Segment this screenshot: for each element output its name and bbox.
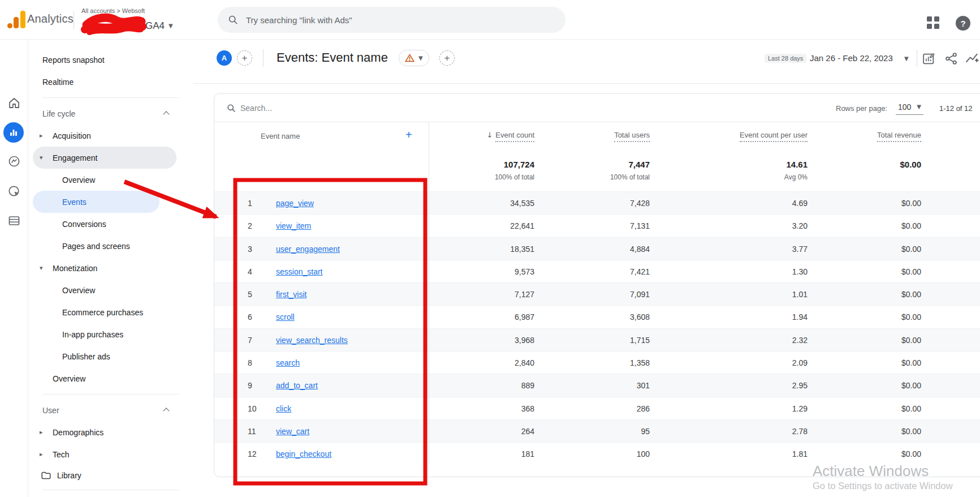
customize-report-icon[interactable] <box>922 52 936 66</box>
sidebar-item-overview[interactable]: Overview <box>28 367 193 389</box>
cell-event-count-per-user: 1.30 <box>694 267 808 276</box>
column-divider <box>429 122 429 465</box>
data-quality-warning-chip[interactable]: ▼ <box>399 50 429 66</box>
cell-total-revenue: $0.00 <box>808 358 921 367</box>
cell-total-users: 286 <box>537 404 650 413</box>
cell-total-users: 100 <box>537 449 650 459</box>
sidebar-item-label: Acquisition <box>53 131 91 140</box>
event-name-link[interactable]: view_cart <box>276 427 309 436</box>
event-name-link[interactable]: user_engagement <box>276 245 340 254</box>
table-row: 7view_search_results3,9681,7152.32$0.00 <box>214 328 980 351</box>
row-index: 3 <box>248 245 252 254</box>
sidebar-item-tech[interactable]: ▸Tech <box>33 443 193 465</box>
event-name-link[interactable]: first_visit <box>276 290 306 299</box>
cell-event-count: 2,840 <box>421 358 534 367</box>
chevron-up-icon[interactable] <box>163 111 169 117</box>
event-name-link[interactable]: view_item <box>276 221 311 230</box>
search-icon <box>228 15 238 25</box>
advertising-icon[interactable] <box>7 185 21 198</box>
cell-event-count-per-user: 2.78 <box>694 427 808 436</box>
column-header-total-users[interactable]: Total users <box>537 131 650 139</box>
event-name-link[interactable]: page_view <box>276 199 314 208</box>
sidebar-item-realtime[interactable]: Realtime <box>28 71 193 93</box>
apps-grid-icon[interactable] <box>927 16 939 29</box>
help-icon[interactable]: ? <box>956 16 970 31</box>
breadcrumb[interactable]: All accounts > Websoft <box>81 7 145 14</box>
chevron-right-icon[interactable]: ▸ <box>40 451 53 458</box>
event-name-link[interactable]: view_search_results <box>276 336 348 345</box>
sidebar-item-label: Overview <box>62 286 95 295</box>
sidebar-item-monetization[interactable]: ▾Monetization <box>33 257 193 279</box>
sidebar-item-label: Ecommerce purchases <box>62 308 143 317</box>
totals-total-users: 7,447 100% of total <box>537 160 650 181</box>
sidebar-item-publisher-ads[interactable]: Publisher ads <box>28 345 193 367</box>
table-totals-row: 107,724 100% of total 7,447 100% of tota… <box>214 151 980 191</box>
chevron-down-icon[interactable]: ▾ <box>40 264 53 272</box>
column-header-event-count[interactable]: ↓Event count <box>421 131 534 139</box>
sidebar-item-overview[interactable]: Overview <box>28 279 193 301</box>
cell-event-count-per-user: 1.81 <box>694 449 808 459</box>
event-name-link[interactable]: search <box>276 358 300 367</box>
sidebar-item-acquisition[interactable]: ▸Acquisition <box>33 125 193 147</box>
sidebar-nav: Reports snapshotRealtimeLife cycle▸Acqui… <box>28 40 193 497</box>
table-search-input[interactable]: Search... <box>240 104 272 113</box>
sidebar-item-reports-snapshot[interactable]: Reports snapshot <box>28 49 193 71</box>
totals-event-count-per-user: 14.61 Avg 0% <box>694 160 808 181</box>
event-name-link[interactable]: begin_checkout <box>276 449 331 459</box>
report-table-card: Search... Rows per page: 100 ▼ 1-12 of 1… <box>214 93 980 477</box>
global-search-input[interactable]: Try searching "link with Ads" <box>218 7 565 33</box>
add-chip-button[interactable]: + <box>439 50 455 66</box>
windows-activation-watermark-sub: Go to Settings to activate Window <box>813 481 953 491</box>
sidebar-item-demographics[interactable]: ▸Demographics <box>33 421 193 443</box>
cell-total-users: 301 <box>537 381 650 390</box>
chevron-right-icon[interactable]: ▸ <box>40 132 53 139</box>
event-name-link[interactable]: session_start <box>276 267 322 276</box>
sidebar-item-conversions[interactable]: Conversions <box>28 213 193 235</box>
divider <box>263 49 264 67</box>
event-name-link[interactable]: click <box>276 404 291 413</box>
sidebar-divider <box>42 394 179 395</box>
cell-event-count: 9,573 <box>421 267 534 276</box>
rows-per-page-label: Rows per page: <box>836 104 887 113</box>
cell-event-count: 3,968 <box>421 336 534 345</box>
event-name-link[interactable]: scroll <box>276 312 295 322</box>
chevron-up-icon[interactable] <box>163 408 169 414</box>
column-header-total-revenue[interactable]: Total revenue <box>808 131 921 139</box>
windows-activation-watermark: Activate Windows <box>813 462 929 480</box>
column-header-event-name[interactable]: Event name <box>261 132 300 140</box>
configure-icon[interactable] <box>7 214 21 228</box>
cell-event-count-per-user: 2.32 <box>694 336 808 345</box>
share-icon[interactable] <box>944 52 959 66</box>
property-switcher[interactable]: GA4 ▼ <box>145 20 173 32</box>
cell-event-count: 264 <box>421 427 534 436</box>
add-dimension-button[interactable]: + <box>405 128 412 142</box>
event-name-link[interactable]: add_to_cart <box>276 381 318 390</box>
sidebar-item-label: In-app purchases <box>62 330 123 339</box>
sidebar-item-overview[interactable]: Overview <box>28 169 193 191</box>
chevron-down-icon: ▼ <box>418 55 423 61</box>
chevron-down-icon[interactable]: ▾ <box>40 154 53 161</box>
sidebar-item-engagement[interactable]: ▾Engagement <box>33 147 176 169</box>
comparison-chip[interactable]: A <box>217 50 232 66</box>
explore-icon[interactable] <box>7 155 21 168</box>
chevron-right-icon[interactable]: ▸ <box>40 429 53 436</box>
column-header-event-count-per-user[interactable]: Event count per user <box>694 131 808 139</box>
cell-event-count-per-user: 2.09 <box>694 358 808 367</box>
product-name: Analytics <box>27 12 74 25</box>
insights-icon[interactable] <box>965 52 980 66</box>
sidebar-item-pages-and-screens[interactable]: Pages and screens <box>28 235 193 257</box>
date-range-picker[interactable]: Jan 26 - Feb 22, 2023 <box>810 53 893 63</box>
home-icon[interactable] <box>7 96 21 110</box>
sidebar-item-in-app-purchases[interactable]: In-app purchases <box>28 323 193 345</box>
cell-event-count-per-user: 4.69 <box>694 199 808 208</box>
sidebar-item-ecommerce-purchases[interactable]: Ecommerce purchases <box>28 301 193 323</box>
reports-icon[interactable] <box>3 122 24 143</box>
cell-total-users: 3,608 <box>537 312 650 322</box>
sidebar-item-events[interactable]: Events <box>33 191 159 213</box>
rows-per-page-select[interactable]: 100 ▼ <box>896 102 923 115</box>
cell-total-revenue: $0.00 <box>808 312 921 322</box>
add-comparison-button[interactable]: + <box>237 50 252 66</box>
cell-total-users: 95 <box>537 427 650 436</box>
row-index: 12 <box>248 449 257 459</box>
sidebar-item-library[interactable]: Library <box>28 465 193 485</box>
